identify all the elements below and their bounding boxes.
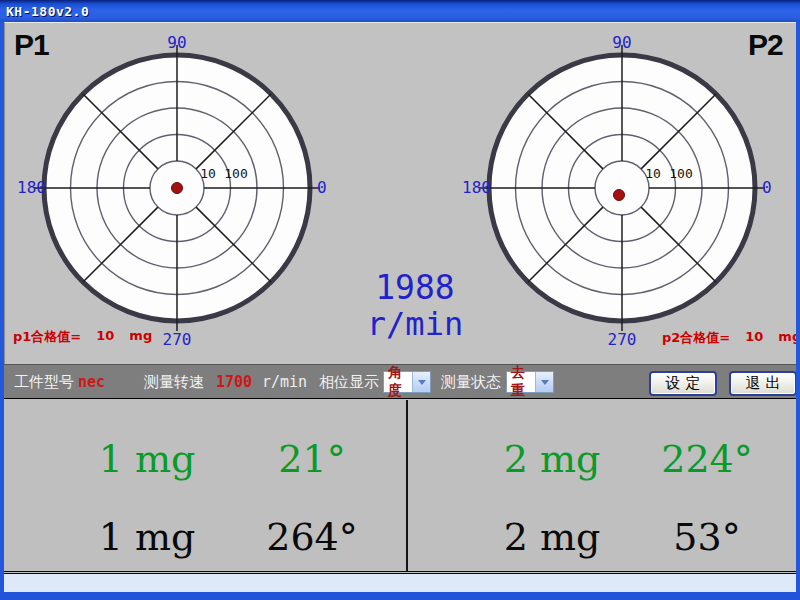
chart-p1-label: P1: [14, 28, 49, 62]
p1-correction1-angle: 21°: [278, 437, 345, 481]
deg-0-label: 0: [317, 178, 327, 197]
exit-button[interactable]: 退 出: [729, 371, 797, 396]
measure-status-selected: 去重: [507, 364, 535, 400]
scale-10-label: 10: [645, 166, 661, 181]
polar-chart-p2: 90 180 0 270 10 100: [462, 28, 782, 348]
measure-speed-value: 1700: [216, 373, 252, 391]
app-window: KH-180v2.0 P1 P2 90 180 0 270 10 100: [0, 0, 800, 600]
p1-tolerance-value: 10: [96, 328, 114, 346]
scale-100-label: 100: [224, 166, 247, 181]
p2-correction2-angle: 53°: [673, 515, 740, 559]
status-dropdown-button[interactable]: [535, 372, 553, 392]
scale-100-label: 100: [669, 166, 692, 181]
status-bar: [4, 573, 796, 593]
p2-correction2-amount: 2 mg: [504, 515, 601, 559]
chevron-down-icon: [541, 380, 549, 385]
window-border-bottom: [0, 592, 800, 600]
deg-90-label: 90: [612, 33, 631, 52]
window-title: KH-180v2.0: [6, 4, 89, 19]
imbalance-point: [172, 183, 183, 194]
speed-unit: r/min: [335, 306, 495, 342]
p2-correction1-angle: 224°: [661, 437, 753, 481]
p2-tolerance: p2合格值= 10 mg: [662, 329, 800, 347]
chart-p2-label: P2: [748, 28, 783, 62]
measure-status-select[interactable]: 去重: [506, 371, 554, 393]
deg-270-label: 270: [163, 330, 192, 348]
deg-90-label: 90: [167, 33, 186, 52]
p2-tolerance-value: 10: [745, 329, 763, 347]
toolbar: 工件型号 nec 测量转速 1700 r/min 相位显示 角度 测量状态 去重…: [4, 364, 796, 399]
phase-display-select[interactable]: 角度: [383, 371, 431, 393]
phase-display-selected: 角度: [384, 364, 412, 400]
window-border-left: [0, 22, 4, 600]
deg-270-label: 270: [608, 330, 637, 348]
deg-0-label: 0: [762, 178, 772, 197]
speed-value: 1988: [335, 270, 495, 306]
phase-display-label: 相位显示: [319, 373, 379, 392]
p1-correction2-amount: 1 mg: [99, 515, 196, 559]
set-button[interactable]: 设 定: [649, 371, 717, 396]
deg-180-label: 180: [462, 178, 491, 197]
speed-readout: 1988 r/min: [335, 270, 495, 342]
part-type-label: 工件型号: [14, 373, 74, 392]
p2-tolerance-label: p2合格值=: [662, 329, 730, 347]
part-type-value: nec: [78, 373, 105, 391]
chevron-down-icon: [418, 380, 426, 385]
title-bar[interactable]: KH-180v2.0: [0, 0, 800, 22]
polar-chart-p1: 90 180 0 270 10 100: [17, 28, 337, 348]
deg-180-label: 180: [17, 178, 46, 197]
p1-correction1-amount: 1 mg: [99, 437, 196, 481]
measure-status-label: 测量状态: [441, 373, 501, 392]
p1-tolerance-label: p1合格值=: [13, 328, 81, 346]
p1-correction2-angle: 264°: [266, 515, 358, 559]
p2-correction1-amount: 2 mg: [504, 437, 601, 481]
scale-10-label: 10: [200, 166, 216, 181]
imbalance-point: [614, 190, 625, 201]
p1-tolerance: p1合格值= 10 mg: [13, 328, 152, 346]
measure-speed-unit: r/min: [262, 373, 307, 391]
window-border-right: [796, 22, 800, 600]
p1-tolerance-unit: mg: [129, 328, 152, 346]
phase-dropdown-button[interactable]: [412, 372, 430, 392]
panel-divider: [406, 400, 408, 572]
measure-speed-label: 测量转速: [144, 373, 204, 392]
